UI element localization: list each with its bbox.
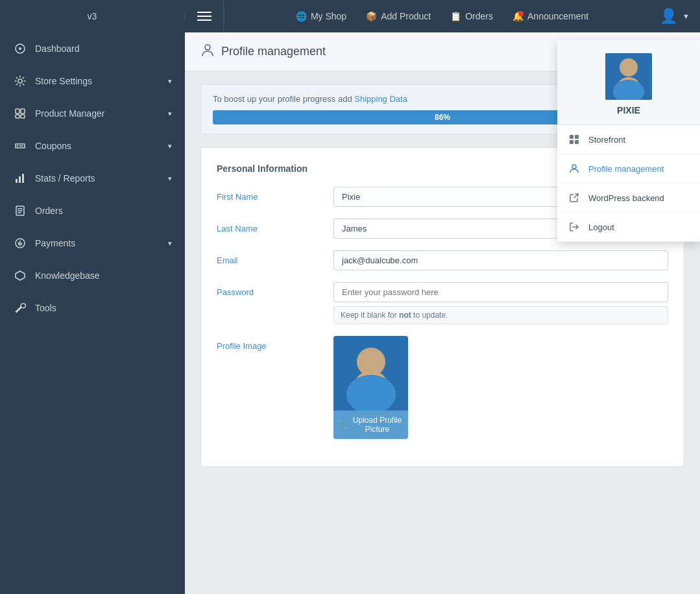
svg-point-26 (346, 375, 396, 410)
paperclip-icon: 📎 (337, 420, 347, 429)
profile-image-container: 📎 Upload Profile Picture (333, 336, 668, 439)
product-manager-icon (13, 106, 27, 121)
sidebar: Dashboard Store Settings ▾ Product Manag… (0, 32, 185, 594)
form-row-password: Password Keep it blank for not to update… (217, 282, 668, 324)
chevron-down-icon: ▼ (682, 12, 690, 20)
stats-icon (13, 171, 27, 185)
sidebar-item-orders[interactable]: Orders (0, 195, 185, 227)
profile-image-label: Profile Image (217, 336, 333, 351)
svg-rect-17 (16, 179, 18, 183)
sidebar-item-tools[interactable]: Tools (0, 292, 185, 324)
user-dropdown: PIXIE Storefront (557, 40, 700, 242)
password-label: Password (217, 282, 333, 297)
dropdown-username: PIXIE (617, 105, 640, 115)
topbar-version: v3 (0, 11, 185, 21)
dropdown-profile-management[interactable]: Profile management (557, 154, 700, 184)
knowledgebase-icon (13, 268, 27, 283)
user-menu-button[interactable]: 👤 ▼ PIXIE (660, 8, 700, 25)
hamburger-icon (197, 12, 211, 21)
page-title: Profile management (221, 45, 326, 58)
form-row-profile-image: Profile Image 📎 Upload (217, 336, 668, 439)
nav-announcement[interactable]: 🔔 Announcement (513, 11, 588, 21)
topbar: v3 🌐 My Shop 📦 Add Product 📋 Orders 🔔 (0, 0, 700, 32)
svg-point-3 (613, 80, 644, 100)
upload-profile-picture-button[interactable]: 📎 Upload Profile Picture (333, 410, 408, 439)
chevron-icon: ▾ (168, 239, 172, 248)
svg-point-16 (17, 145, 18, 147)
shipping-data-link[interactable]: Shipping Data (354, 94, 407, 104)
password-field: Keep it blank for not to update. (333, 282, 668, 324)
svg-point-0 (620, 58, 638, 77)
progress-percent: 86% (435, 113, 450, 122)
globe-icon: 🌐 (296, 11, 307, 21)
dropdown-storefront[interactable]: Storefront (557, 125, 700, 154)
dropdown-wordpress-backend[interactable]: WordPress backend (557, 184, 700, 213)
chevron-icon: ▾ (168, 110, 172, 118)
profile-header-icon (200, 43, 215, 60)
dashboard-icon (13, 42, 27, 56)
profile-avatar-box (333, 336, 408, 410)
svg-point-10 (19, 47, 21, 50)
box-icon: 📦 (366, 11, 377, 21)
svg-rect-15 (21, 115, 25, 118)
email-label: Email (217, 250, 333, 265)
svg-rect-6 (570, 140, 573, 144)
last-name-label: Last Name (217, 219, 333, 233)
topbar-nav: 🌐 My Shop 📦 Add Product 📋 Orders 🔔 Annou… (224, 8, 700, 25)
svg-point-11 (18, 79, 22, 83)
sidebar-item-knowledgebase[interactable]: Knowledgebase (0, 259, 185, 292)
chevron-icon: ▾ (168, 142, 172, 150)
dropdown-user-section: PIXIE (557, 40, 700, 125)
dropdown-avatar (605, 53, 652, 100)
dropdown-logout[interactable]: Logout (557, 213, 700, 242)
logout-icon (568, 220, 581, 233)
svg-rect-13 (21, 109, 25, 113)
gear-icon (13, 74, 27, 88)
payments-icon (13, 236, 27, 250)
tools-icon (13, 301, 27, 315)
svg-rect-12 (16, 109, 19, 113)
storefront-icon (568, 133, 581, 146)
form-row-email: Email (217, 250, 668, 270)
email-field (333, 250, 668, 270)
user-avatar-icon: 👤 (660, 8, 677, 25)
first-name-label: First Name (217, 187, 333, 202)
sidebar-item-store-settings[interactable]: Store Settings ▾ (0, 65, 185, 97)
chevron-icon: ▾ (168, 174, 172, 183)
profile-icon (568, 162, 581, 175)
orders-icon: 📋 (450, 11, 461, 21)
orders-sidebar-icon (13, 204, 27, 218)
sidebar-item-coupons[interactable]: Coupons ▾ (0, 130, 185, 162)
email-input[interactable] (333, 250, 668, 270)
svg-rect-4 (570, 135, 573, 139)
notification-dot (518, 11, 524, 16)
sidebar-item-product-manager[interactable]: Product Manager ▾ (0, 97, 185, 130)
svg-rect-14 (16, 115, 19, 118)
announcement-icon-wrap: 🔔 (513, 11, 524, 21)
sidebar-item-stats-reports[interactable]: Stats / Reports ▾ (0, 162, 185, 195)
password-input[interactable] (333, 282, 668, 302)
svg-point-8 (572, 165, 576, 169)
chevron-icon: ▾ (168, 77, 172, 86)
svg-rect-5 (575, 135, 579, 139)
svg-rect-19 (22, 174, 24, 183)
external-link-icon (568, 191, 581, 204)
sidebar-item-dashboard[interactable]: Dashboard (0, 32, 185, 65)
hamburger-button[interactable] (185, 0, 224, 32)
nav-addproduct[interactable]: 📦 Add Product (366, 11, 431, 21)
password-hint: Keep it blank for not to update. (333, 306, 668, 324)
svg-rect-7 (575, 140, 579, 144)
nav-myshop[interactable]: 🌐 My Shop (296, 11, 346, 21)
nav-orders[interactable]: 📋 Orders (450, 11, 493, 21)
sidebar-item-payments[interactable]: Payments ▾ (0, 227, 185, 259)
svg-rect-18 (19, 176, 21, 183)
coupons-icon (13, 139, 27, 153)
svg-point-22 (205, 45, 210, 50)
